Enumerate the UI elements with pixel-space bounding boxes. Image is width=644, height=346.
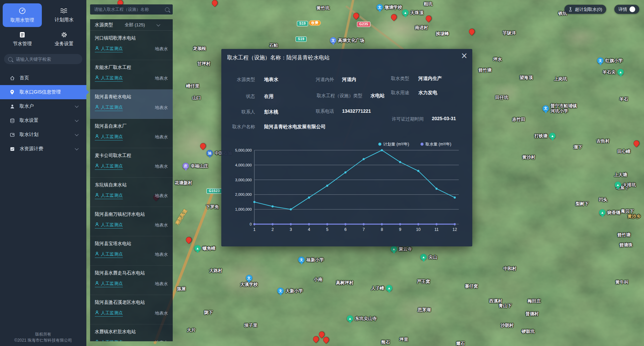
station-list-item[interactable]: 麦卡公司取水工程人工监测点地表水 (90, 148, 173, 178)
station-search-input[interactable] (93, 7, 162, 12)
map-place-label: 望海顶 (520, 75, 533, 80)
station-list: 水源类型 全部 (125) 河口镇唱歌潭水电站人工监测点地表水友能水厂取水工程人… (90, 19, 173, 341)
field-value: 13432771221 (342, 108, 371, 114)
map-poi: 文墩塘学校 (376, 4, 402, 10)
map-place-label: 箭塘珠 (619, 242, 633, 247)
map-place-label: 梅田庄 (528, 298, 541, 303)
svg-text:3: 3 (290, 227, 292, 232)
monitor-point-label: 人工监测点 (101, 310, 123, 316)
station-list-item[interactable]: 河口镇唱歌潭水电站人工监测点地表水 (90, 31, 173, 60)
station-list-item[interactable]: 友能水厂取水工程人工监测点地表水 (90, 60, 173, 89)
poi-label: 聚云寺 (399, 246, 412, 251)
monitor-point-link[interactable]: 人工监测点 (95, 134, 123, 140)
station-list-item[interactable]: 陆河县南万镇杞洋水电站人工监测点地表水 (90, 207, 173, 236)
sidebar-menu: 首页取水口GIS信息管理取水户取水设置取水计划水资源计费 (0, 71, 86, 156)
sidebar-item-3[interactable]: 取水户 (0, 99, 86, 113)
sidebar-item-label: 取水计划 (20, 132, 38, 138)
sidebar-item-6[interactable]: 水资源计费 (0, 142, 86, 156)
monitor-point-link[interactable]: 人工监测点 (95, 339, 123, 341)
list-filter-row[interactable]: 水源类型 全部 (125) (90, 19, 173, 31)
poi-label: 普宁市船埔镇 河坑小学 (551, 103, 577, 113)
person-icon (95, 340, 99, 341)
map-place-label: 芋陂洋 (503, 30, 516, 35)
poi-label: 打铁塘 (534, 133, 548, 138)
station-list-item[interactable]: 陆河县自来水厂人工监测点地表水 (90, 119, 173, 148)
module-tile-2[interactable]: 计划用水 (45, 3, 84, 27)
svg-text:0: 0 (250, 222, 252, 226)
monitor-point-link[interactable]: 人工监测点 (95, 251, 123, 258)
field-label: 取水类型 (377, 76, 409, 82)
monitor-point-link[interactable]: 人工监测点 (95, 222, 123, 229)
person-icon (95, 310, 99, 316)
module-tile-1[interactable]: 取用水管理 (3, 3, 42, 27)
monitor-point-link[interactable]: 人工监测点 (95, 75, 123, 82)
water-source-type: 地表水 (155, 251, 168, 258)
station-list-item[interactable]: 水唇镇水栏肚水电站人工监测点地表水 (90, 324, 173, 341)
map-poi: ▲天珠顶 (402, 9, 423, 16)
water-source-type: 地表水 (155, 310, 168, 316)
filter-label: 水源类型 (95, 22, 113, 28)
sidebar-item-5[interactable]: 取水计划 (0, 128, 86, 142)
copyright: 版权所有 ©2021 珠海市仁智科技有限公司 (0, 331, 86, 343)
sidebar-search[interactable] (4, 54, 82, 64)
monitor-point-link[interactable]: 人工监测点 (95, 104, 123, 111)
station-list-item[interactable]: 陆河县宝塔水电站人工监测点地表水 (90, 236, 173, 266)
map-place-label: 挨垅蜂 (436, 31, 449, 36)
school-icon: 文 (597, 57, 604, 64)
sidebar-item-label: 取水设置 (20, 117, 38, 124)
plan-vs-intake-chart: 01,000,0002,000,0003,000,0004,000,0005,0… (229, 139, 470, 235)
map-place-label: 下罗角 (206, 204, 219, 209)
field-label: 联系电话 (298, 108, 334, 114)
map-poi: ▲羊石尖 (603, 69, 624, 75)
map-place-label: 坪水 (493, 57, 502, 62)
monitor-point-label: 人工监测点 (101, 104, 123, 110)
monitor-point-link[interactable]: 人工监测点 (95, 310, 123, 317)
poi-label: 墩塘学校 (385, 5, 402, 10)
station-list-item[interactable]: 陆河县青砼水电站人工监测点地表水 (90, 89, 173, 119)
map-place-label: 吉告村 (596, 138, 610, 143)
station-list-item[interactable]: 东坑镇自来水站人工监测点地表水 (90, 178, 173, 207)
monitor-point-link[interactable]: 人工监测点 (95, 281, 123, 287)
monitor-point-link[interactable]: 人工监测点 (95, 46, 123, 52)
close-icon[interactable]: × (461, 51, 468, 60)
monitor-point-link[interactable]: 人工监测点 (95, 163, 123, 170)
station-list-item[interactable]: 陆河县水唇走马石水电站人工监测点地表水 (90, 266, 173, 295)
culture-icon: 文 (330, 37, 336, 44)
mountain-icon: ▲ (420, 254, 427, 260)
chevron-down-icon (75, 132, 79, 136)
module-tile-4[interactable]: 业务设置 (45, 30, 84, 49)
svg-text:2,000,000: 2,000,000 (235, 192, 252, 196)
mountain-icon: ▲ (194, 245, 201, 251)
search-icon (165, 7, 169, 12)
map-place-label: 耀石 (456, 341, 465, 346)
sidebar-item-2[interactable]: 取水口GIS信息管理 (0, 85, 86, 99)
poi-label: 高塘文化广场 (338, 38, 364, 43)
monitor-point-label: 人工监测点 (101, 75, 123, 81)
map-poi: ▲打铁塘 (534, 133, 556, 139)
map-place-label: 上大塘 (614, 172, 627, 177)
detail-toggle[interactable] (629, 6, 635, 12)
user-icon (9, 104, 15, 109)
map-poi: ▲大排坑 (615, 182, 636, 188)
person-icon (95, 222, 99, 228)
filter-value[interactable]: 全部 (125) (125, 22, 145, 28)
sidebar-search-input[interactable] (15, 56, 78, 62)
field-value: 在用 (264, 94, 274, 100)
station-search[interactable] (90, 4, 173, 15)
map-poi: 文红旗小学 (597, 57, 623, 64)
station-list-item[interactable]: 陆河县激石溪老区水电站人工监测点地表水 (90, 295, 173, 324)
module-tile-3[interactable]: 节水管理 (3, 30, 42, 49)
mountain-icon: ▲ (617, 69, 624, 75)
map-place-label: 寨仔窝 (465, 284, 478, 289)
temple-icon: ▲ (391, 246, 397, 252)
road-badge: S19 (296, 36, 307, 42)
monitor-point-link[interactable]: 人工监测点 (95, 192, 123, 199)
resort-icon: 庄 (183, 163, 189, 169)
person-icon (95, 46, 99, 51)
sidebar-item-4[interactable]: 取水设置 (0, 113, 86, 128)
home-icon (9, 76, 15, 81)
chevron-down-icon (75, 118, 79, 122)
sidebar-item-1[interactable]: 首页 (0, 71, 86, 85)
over-plan-button[interactable]: 超计划取水(0) (564, 5, 606, 14)
svg-text:3,000,000: 3,000,000 (235, 178, 252, 182)
